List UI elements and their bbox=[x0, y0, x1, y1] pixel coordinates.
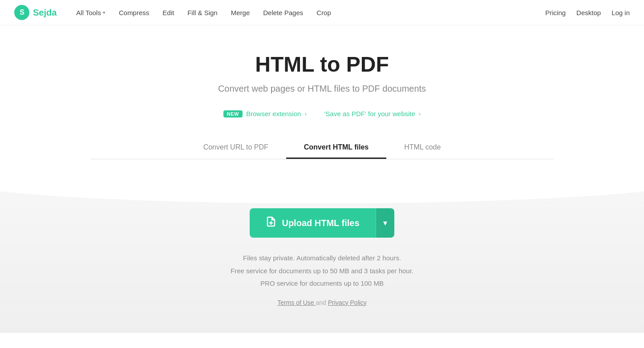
nav-delete-pages[interactable]: Delete Pages bbox=[258, 6, 308, 19]
and-text: and bbox=[316, 299, 326, 306]
nav-merge[interactable]: Merge bbox=[226, 6, 255, 19]
nav-all-tools[interactable]: All Tools ▾ bbox=[71, 6, 111, 19]
nav-desktop[interactable]: Desktop bbox=[576, 9, 601, 16]
tab-convert-url[interactable]: Convert URL to PDF bbox=[186, 137, 286, 159]
upload-html-files-button[interactable]: Upload HTML files bbox=[250, 208, 375, 238]
dropdown-arrow-icon: ▾ bbox=[383, 219, 387, 227]
browser-extension-label: Browser extension bbox=[246, 110, 301, 117]
wave-decoration bbox=[0, 177, 644, 203]
terms-of-use-link[interactable]: Terms of Use bbox=[277, 299, 316, 306]
nav-login[interactable]: Log in bbox=[612, 9, 630, 16]
page-subtitle: Convert web pages or HTML files to PDF d… bbox=[9, 84, 635, 94]
upload-icon bbox=[266, 216, 276, 230]
upload-info-line2: Free service for documents up to 50 MB a… bbox=[231, 265, 413, 278]
nav-right: Pricing Desktop Log in bbox=[545, 9, 630, 16]
upload-button-wrapper: Upload HTML files ▾ bbox=[250, 208, 394, 238]
nav-links: All Tools ▾ Compress Edit Fill & Sign Me… bbox=[71, 6, 545, 19]
terms-row: Terms of Use and Privacy Policy bbox=[277, 299, 367, 306]
logo[interactable]: S Sejda bbox=[14, 5, 57, 20]
upload-info-line3: PRO service for documents up to 100 MB bbox=[231, 277, 413, 290]
privacy-policy-link[interactable]: Privacy Policy bbox=[328, 299, 367, 306]
nav-pricing[interactable]: Pricing bbox=[545, 9, 566, 16]
nav-fill-sign[interactable]: Fill & Sign bbox=[182, 6, 223, 19]
upload-info: Files stay private. Automatically delete… bbox=[231, 252, 413, 290]
chevron-right-icon-2: › bbox=[419, 110, 421, 117]
logo-icon: S bbox=[14, 5, 29, 20]
hero-section: HTML to PDF Convert web pages or HTML fi… bbox=[0, 25, 644, 177]
nav-edit[interactable]: Edit bbox=[157, 6, 179, 19]
navbar: S Sejda All Tools ▾ Compress Edit Fill &… bbox=[0, 0, 644, 25]
chevron-down-icon: ▾ bbox=[103, 10, 105, 16]
save-as-pdf-label: 'Save as PDF' for your website bbox=[324, 110, 415, 117]
upload-section: Upload HTML files ▾ Files stay private. … bbox=[0, 177, 644, 333]
tab-html-code[interactable]: HTML code bbox=[386, 137, 458, 159]
chevron-right-icon: › bbox=[304, 110, 306, 117]
upload-info-line1: Files stay private. Automatically delete… bbox=[231, 252, 413, 265]
promo-links: NEW Browser extension › 'Save as PDF' fo… bbox=[9, 110, 635, 117]
tab-convert-html-files[interactable]: Convert HTML files bbox=[286, 137, 387, 159]
upload-button-label: Upload HTML files bbox=[282, 218, 359, 228]
nav-crop[interactable]: Crop bbox=[311, 6, 336, 19]
nav-compress[interactable]: Compress bbox=[113, 6, 154, 19]
page-title: HTML to PDF bbox=[9, 52, 635, 77]
logo-name: Sejda bbox=[33, 8, 57, 18]
save-as-pdf-link[interactable]: 'Save as PDF' for your website › bbox=[324, 110, 421, 117]
browser-extension-link[interactable]: NEW Browser extension › bbox=[223, 110, 307, 117]
upload-dropdown-button[interactable]: ▾ bbox=[376, 208, 394, 238]
tabs: Convert URL to PDF Convert HTML files HT… bbox=[91, 137, 554, 159]
new-badge: NEW bbox=[223, 110, 243, 117]
